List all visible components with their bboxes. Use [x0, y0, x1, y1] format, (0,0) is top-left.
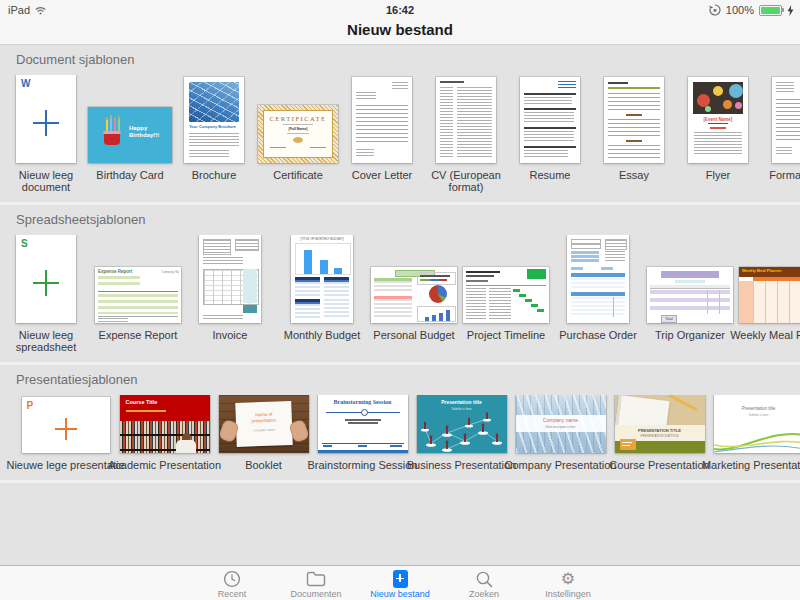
- template-label: Academic Presentation: [108, 459, 221, 471]
- tab-settings[interactable]: ⚙ Instellingen: [537, 569, 599, 599]
- template-formal-letter[interactable]: Formal Letter: [760, 75, 800, 193]
- template-thumbnail: [772, 77, 800, 163]
- plus-icon: [33, 110, 59, 136]
- template-trip-organizer[interactable]: Total Trip Organizer: [644, 235, 736, 353]
- section-spreadsheet-templates: Spreadsheetsjablonen S Nieuw leeg spread…: [0, 205, 800, 365]
- template-academic-presentation[interactable]: Course Title Academic Presentation: [115, 395, 214, 471]
- template-thumbnail: Total: [647, 267, 733, 323]
- art: [118, 119, 120, 131]
- tab-recent[interactable]: Recent: [201, 569, 263, 599]
- seal-icon: [293, 137, 303, 143]
- section-document-templates: Document sjablonen W Nieuw leeg document: [0, 45, 800, 205]
- art: [189, 82, 239, 122]
- art: [466, 288, 486, 320]
- tab-documents[interactable]: Documenten: [285, 569, 347, 599]
- thumb-title: Brainstorming Session: [318, 399, 408, 405]
- template-resume[interactable]: Resume: [508, 75, 592, 193]
- art: [440, 87, 453, 157]
- template-monthly-budget[interactable]: [TITLE OF MONTHLY BUDGET] Monthly Budget: [276, 235, 368, 353]
- art: [524, 150, 568, 159]
- art: [103, 131, 121, 134]
- tab-label: Documenten: [290, 589, 341, 599]
- template-label: Birthday Card: [96, 169, 163, 193]
- template-cover-letter[interactable]: Cover Letter: [340, 75, 424, 193]
- template-course-presentation[interactable]: PRESENTATION TITLE PRESENTATION SUBTITLE…: [610, 395, 709, 471]
- tab-search[interactable]: Zoeken: [453, 569, 515, 599]
- template-brochure[interactable]: Your Company Brochure Brochure: [172, 75, 256, 193]
- template-thumbnail: CERTIFICATE [Full Name]: [258, 105, 338, 163]
- art: [243, 305, 257, 313]
- thumb-title: Presentation title: [417, 399, 507, 405]
- thumb-title: Expense Report: [98, 269, 132, 274]
- art: [524, 146, 576, 148]
- search-icon: [475, 570, 493, 588]
- template-thumbnail: Your Company Brochure: [184, 77, 244, 163]
- new-file-icon: [393, 570, 408, 588]
- template-marketing-presentation[interactable]: Presentation title Subtitle is here Mark…: [709, 395, 800, 471]
- template-invoice[interactable]: Invoice: [184, 235, 276, 353]
- template-certificate[interactable]: CERTIFICATE [Full Name] Certificate: [256, 75, 340, 193]
- template-label: Weekly Meal Planner: [730, 329, 800, 353]
- art: [98, 294, 178, 314]
- art: [318, 450, 408, 453]
- art: [203, 239, 231, 255]
- template-purchase-order[interactable]: Purchase Order: [552, 235, 644, 353]
- template-company-presentation[interactable]: Company name Short description is here C…: [511, 395, 610, 471]
- tab-label: Instellingen: [545, 589, 591, 599]
- thumb-title: [Event Name]: [688, 117, 748, 122]
- template-thumbnail: Brainstorming Session: [318, 395, 408, 453]
- tab-label: Zoeken: [469, 589, 499, 599]
- art: [189, 133, 239, 147]
- template-thumbnail: [567, 235, 629, 323]
- template-cv-european[interactable]: CV (European format): [424, 75, 508, 193]
- plus-icon: [33, 270, 59, 296]
- template-new-blank-spreadsheet[interactable]: S Nieuw leeg spreadsheet: [0, 235, 92, 353]
- template-booklet[interactable]: Name of presentation Company name Bookle…: [214, 395, 313, 471]
- tab-bar: Recent Documenten Nieuw bestand Zoeken ⚙…: [0, 565, 800, 600]
- art: [104, 133, 120, 145]
- template-label: Flyer: [706, 169, 730, 193]
- art: [98, 318, 128, 322]
- template-flyer[interactable]: [Event Name] Flyer: [676, 75, 760, 193]
- battery-icon: [759, 5, 782, 16]
- art: [571, 244, 601, 249]
- template-personal-budget[interactable]: Personal Budget: [368, 235, 460, 353]
- template-thumbnail: Course Title: [120, 395, 210, 453]
- art: [524, 131, 574, 143]
- art: [98, 276, 140, 288]
- clock-icon: [223, 570, 241, 588]
- template-thumbnail: [520, 77, 580, 163]
- word-badge: W: [21, 78, 30, 89]
- art: [392, 82, 408, 90]
- template-birthday-card[interactable]: Happy Birthday!!! Birthday Card: [88, 75, 172, 193]
- template-thumbnail: Weekly Meal Planner: [739, 267, 800, 323]
- art: [605, 251, 625, 262]
- tab-new-file[interactable]: Nieuw bestand: [369, 569, 431, 599]
- template-project-timeline[interactable]: Project Timeline: [460, 235, 552, 353]
- art: [106, 120, 108, 131]
- art: [613, 297, 614, 317]
- art: CERTIFICATE [Full Name]: [263, 110, 333, 158]
- template-weekly-meal-planner[interactable]: Weekly Meal Planner Weekly Meal Planner: [736, 235, 800, 353]
- template-essay[interactable]: Essay: [592, 75, 676, 193]
- template-label: Formal Letter: [769, 169, 800, 193]
- art: [466, 285, 546, 286]
- template-label: CV (European format): [427, 169, 505, 193]
- template-thumbnail: [463, 267, 549, 323]
- art: [440, 81, 464, 83]
- template-new-blank-document[interactable]: W Nieuw leeg document: [4, 75, 88, 193]
- art: [361, 409, 368, 416]
- template-new-blank-presentation[interactable]: P Nieuwe lege presentatie: [16, 395, 115, 471]
- thumb-subtitle: Company Na: [161, 270, 179, 274]
- template-business-presentation[interactable]: Presentation title Subtitle is here: [412, 395, 511, 471]
- template-expense-report[interactable]: Expense Report Company Na Expense Report: [92, 235, 184, 353]
- art: [106, 117, 108, 120]
- art: [571, 273, 625, 277]
- battery-percent: 100%: [726, 4, 754, 16]
- template-label: Expense Report: [99, 329, 178, 353]
- template-thumbnail: [199, 235, 261, 323]
- art: [605, 239, 627, 250]
- art: [110, 118, 112, 131]
- template-thumbnail: P: [22, 397, 110, 453]
- template-brainstorming-session[interactable]: Brainstorming Session Brainstorming Sess…: [313, 395, 412, 471]
